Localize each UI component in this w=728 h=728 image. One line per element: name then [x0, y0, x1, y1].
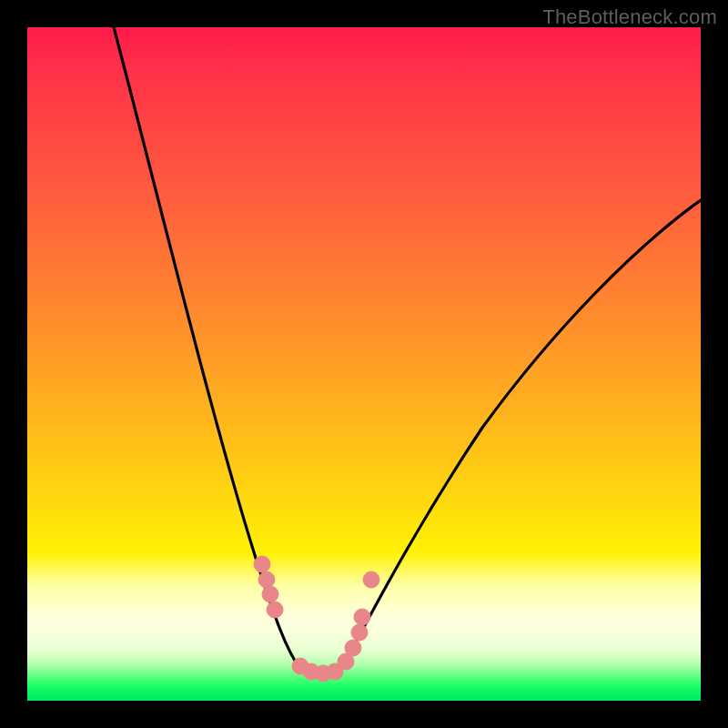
chart-stage: TheBottleneck.com	[0, 0, 728, 728]
marker-dot	[254, 556, 270, 572]
marker-dot	[267, 602, 283, 618]
marker-dot	[345, 640, 361, 656]
curve-layer	[27, 27, 701, 701]
marker-dot	[262, 586, 278, 602]
marker-dot	[363, 571, 379, 588]
marker-dot	[351, 624, 368, 641]
curve-right-branch	[341, 200, 701, 669]
curve-left-branch	[114, 27, 300, 669]
marker-group	[254, 556, 379, 682]
marker-dot	[258, 571, 275, 588]
marker-dot	[354, 609, 370, 625]
plot-area	[27, 27, 701, 701]
watermark-text: TheBottleneck.com	[542, 5, 717, 29]
